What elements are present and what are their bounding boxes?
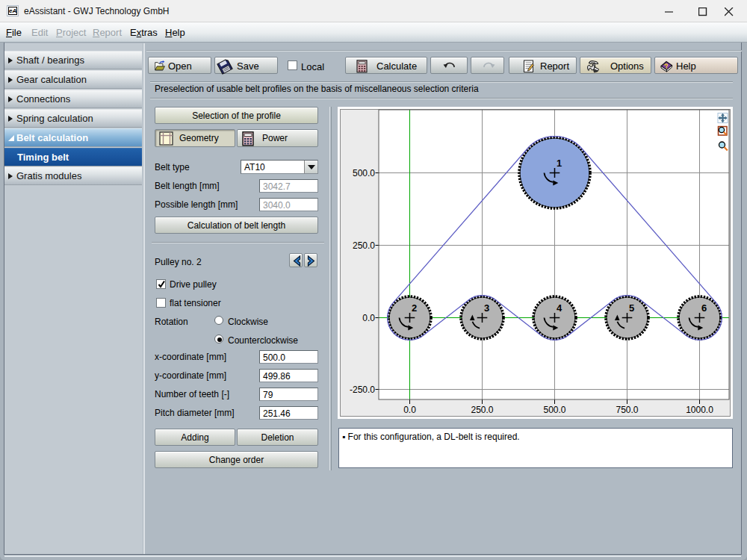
svg-text:500.0: 500.0: [543, 405, 565, 415]
svg-text:1000.0: 1000.0: [686, 405, 713, 415]
svg-text:0.0: 0.0: [362, 313, 375, 323]
svg-text:500.0: 500.0: [353, 168, 375, 178]
svg-text:4: 4: [557, 302, 562, 314]
svg-text:5: 5: [629, 302, 634, 314]
svg-text:-250.0: -250.0: [350, 385, 375, 395]
svg-text:250.0: 250.0: [353, 240, 375, 251]
svg-text:3: 3: [484, 302, 489, 314]
svg-text:0.0: 0.0: [403, 405, 416, 415]
svg-text:750.0: 750.0: [616, 405, 638, 415]
svg-text:2: 2: [412, 302, 417, 314]
svg-text:6: 6: [701, 302, 707, 314]
svg-text:250.0: 250.0: [471, 405, 493, 415]
svg-text:1: 1: [557, 158, 562, 169]
